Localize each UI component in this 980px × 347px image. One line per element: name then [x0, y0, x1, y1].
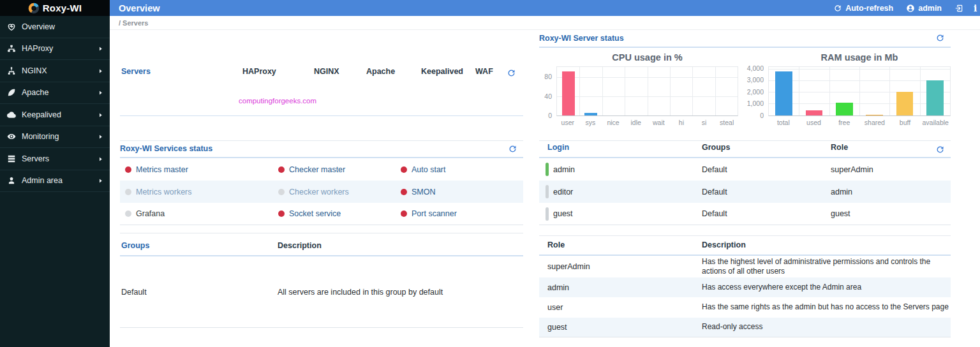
user-login: guest [553, 209, 573, 218]
service-item-metrics-workers[interactable]: Metrics workers [125, 188, 192, 196]
refresh-server-status-button[interactable] [935, 33, 946, 43]
groups-column-header[interactable]: Groups [121, 241, 149, 250]
sidebar-item-monitoring[interactable]: Monitoring [0, 126, 110, 149]
brand-name: Roxy-WI [43, 3, 82, 13]
sidebar-item-label: Monitoring [22, 132, 98, 141]
waf-column-header: WAF [475, 67, 493, 76]
service-item-auto-start[interactable]: Auto start [401, 165, 446, 174]
servers-column-header[interactable]: Servers [121, 67, 151, 76]
role-row-admin: admin Has access everywhere except the A… [539, 277, 951, 297]
apache-column-header: Apache [366, 67, 395, 76]
roles-panel: Role Description superAdmin Has the high… [539, 235, 951, 337]
refresh-services-button[interactable] [508, 144, 518, 154]
sidebar-brand[interactable]: Roxy-WI [0, 0, 110, 16]
service-item-checker-master[interactable]: Checker master [278, 165, 345, 174]
user-row-admin[interactable]: admin Default superAdmin [539, 158, 951, 181]
group-name: Default [121, 288, 147, 297]
ram-chart-plot [768, 66, 951, 116]
page-title: Overview [119, 3, 824, 13]
service-label: Port scanner [412, 209, 457, 218]
services-row: Metrics workers Checker workers SMON [120, 181, 523, 203]
server-status-header: Roxy-WI Server status [539, 30, 951, 48]
sidebar-item-overview[interactable]: Overview [0, 16, 110, 38]
groups-table-header: Groups Description [120, 233, 523, 256]
chevron-right-icon [98, 65, 103, 77]
service-item-port-scanner[interactable]: Port scanner [401, 209, 457, 218]
service-item-checker-workers[interactable]: Checker workers [278, 188, 349, 196]
chevron-right-icon [98, 131, 103, 142]
sidebar-item-keepalived[interactable]: Keepalived [0, 104, 110, 126]
refresh-icon [833, 4, 842, 13]
chevron-right-icon [98, 87, 103, 98]
service-item-socket-service[interactable]: Socket service [278, 209, 341, 218]
logout-icon [954, 4, 963, 13]
roxy-wi-logo-icon [28, 3, 40, 14]
service-label: Checker master [289, 165, 345, 174]
topbar-actions: Auto-refresh admin i [824, 3, 980, 13]
auto-refresh-label: Auto-refresh [845, 4, 893, 13]
service-item-metrics-master[interactable]: Metrics master [125, 165, 188, 174]
user-role: guest [831, 209, 850, 218]
service-item-grafana[interactable]: Grafana [125, 209, 165, 218]
groups-panel: Groups Description Default All servers a… [120, 233, 523, 328]
server-status-panel: Roxy-WI Server status CPU usage in % 040… [539, 30, 951, 140]
ram-chart-y-axis: 01,0002,0003,0004,000 [740, 66, 764, 116]
user-role: superAdmin [831, 165, 873, 174]
right-column: Roxy-WI Server status CPU usage in % 040… [539, 30, 951, 337]
eye-icon [6, 132, 16, 142]
status-dot [278, 189, 285, 195]
description-column-header: Description [278, 241, 322, 250]
user-group: Default [702, 209, 727, 218]
sidebar-item-haproxy[interactable]: HAProxy [0, 38, 110, 61]
status-dot [278, 210, 285, 217]
ram-chart-title: RAM usage in Mb [768, 52, 951, 63]
chevron-right-icon [98, 175, 103, 186]
chevron-right-icon [98, 153, 103, 165]
sidebar-item-admin-area[interactable]: Admin area [0, 170, 110, 193]
sidebar-item-label: Servers [22, 154, 98, 163]
ram-usage-chart: RAM usage in Mb 01,0002,0003,0004,000 to… [740, 52, 951, 130]
login-column-header[interactable]: Login [547, 143, 569, 152]
sidebar-item-apache[interactable]: Apache [0, 82, 110, 105]
sitemap-icon [6, 44, 16, 54]
service-label: Checker workers [289, 188, 349, 196]
sidebar-item-label: Apache [22, 88, 98, 97]
cpu-chart-title: CPU usage in % [556, 52, 738, 63]
heartbeat-icon [6, 22, 16, 31]
sidebar-item-label: Admin area [22, 176, 98, 185]
servers-table-header: Servers HAProxy NGINX Apache Keepalived … [120, 67, 523, 80]
servers-panel: Servers HAProxy NGINX Apache Keepalived … [120, 30, 523, 116]
user-row-editor[interactable]: editor Default admin [539, 181, 951, 203]
role-description: Has the same rights as the admin but has… [702, 302, 952, 312]
user-menu[interactable]: admin [906, 4, 942, 13]
user-status-bar [546, 163, 549, 176]
role-description: Has access everywhere except the Admin a… [702, 283, 952, 292]
user-group: Default [702, 165, 727, 174]
nginx-column-header: NGINX [314, 67, 339, 76]
sidebar-item-label: Keepalived [22, 110, 98, 119]
service-label: Metrics workers [136, 188, 192, 196]
haproxy-column-header: HAProxy [242, 67, 276, 76]
cloud-icon [6, 110, 16, 119]
main-content: Servers HAProxy NGINX Apache Keepalived … [110, 30, 980, 347]
sidebar-item-servers[interactable]: Servers [0, 148, 110, 170]
breadcrumb-path[interactable]: / Servers [119, 19, 148, 27]
sidebar-item-label: HAProxy [22, 44, 98, 53]
info-icon[interactable]: i [974, 3, 980, 13]
refresh-users-button[interactable] [935, 145, 946, 155]
tree-icon [6, 66, 16, 75]
logout-button[interactable] [954, 4, 963, 13]
user-login: admin [553, 165, 575, 174]
status-dot [401, 189, 407, 195]
role-row-superadmin: superAdmin Has the highest level of admi… [539, 256, 951, 277]
service-item-smon[interactable]: SMON [401, 188, 436, 196]
auto-refresh-button[interactable]: Auto-refresh [833, 4, 893, 13]
keepalived-column-header: Keepalived [421, 67, 463, 76]
status-dot [401, 210, 407, 217]
description-column-header: Description [702, 240, 746, 249]
sidebar-item-nginx[interactable]: NGINX [0, 60, 110, 82]
user-row-guest[interactable]: guest Default guest [539, 203, 951, 225]
users-panel: Login Groups Role admin Default superAdm… [539, 140, 951, 225]
refresh-servers-button[interactable] [507, 68, 517, 78]
groups-column-header: Groups [702, 143, 730, 152]
